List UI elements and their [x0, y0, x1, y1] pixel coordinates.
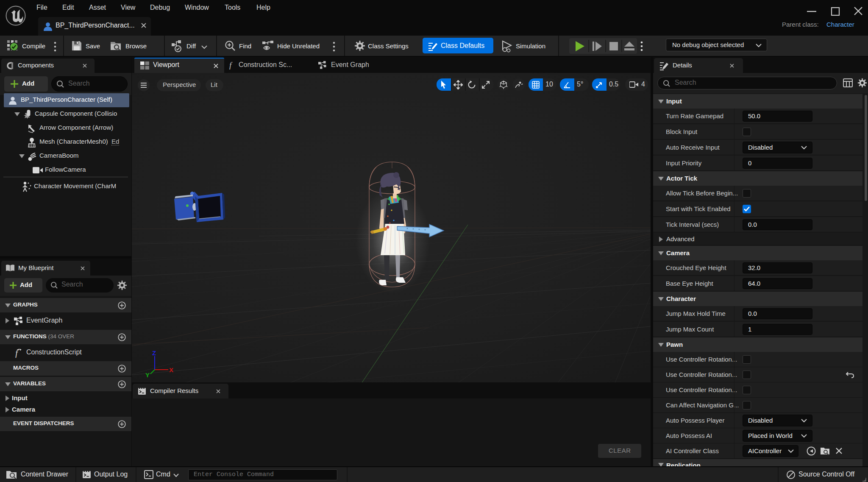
svg-text:f: f [229, 61, 233, 70]
svg-text:Z: Z [152, 349, 156, 357]
svg-text:X: X [169, 366, 173, 373]
svg-text:Y: Y [145, 371, 150, 379]
